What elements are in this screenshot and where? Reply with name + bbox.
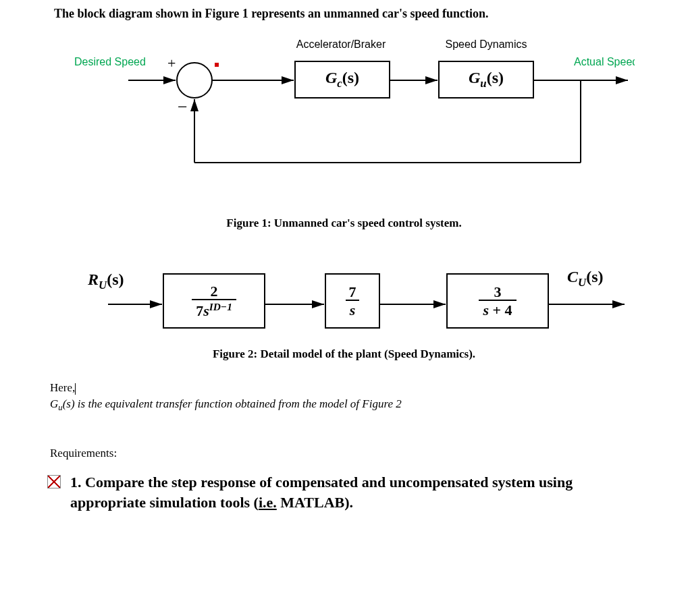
broken-image-icon bbox=[47, 475, 61, 488]
summing-junction-icon bbox=[177, 63, 212, 98]
figure-2-caption: Figure 2: Detail model of the plant (Spe… bbox=[54, 347, 635, 361]
speed-dynamics-label: Speed Dynamics bbox=[445, 38, 527, 50]
red-marker-icon bbox=[215, 63, 219, 67]
figure-1-caption: Figure 1: Unmanned car's speed control s… bbox=[54, 217, 635, 230]
block-1-fraction: 2 7sID−1 bbox=[192, 283, 236, 319]
gu-definition-note: Gu(s) is the equivalent transfer functio… bbox=[50, 397, 641, 413]
problem-statement: The block diagram shown in Figure 1 repr… bbox=[54, 7, 641, 21]
figure-2-block-diagram: RU(s) 2 7sID−1 bbox=[54, 257, 635, 361]
block-2-fraction: 7 s bbox=[345, 284, 359, 318]
sum-plus: + bbox=[167, 55, 176, 72]
figure-2-svg: RU(s) 2 7sID−1 bbox=[54, 257, 635, 338]
text-cursor-icon bbox=[75, 383, 76, 395]
accelerator-braker-label: Accelerator/Braker bbox=[296, 38, 386, 50]
block-3-fraction: 3 s + 4 bbox=[479, 284, 516, 318]
here-text: Here, bbox=[50, 381, 641, 395]
document-page: The block diagram shown in Figure 1 repr… bbox=[0, 0, 688, 533]
figure-1-block-diagram: Accelerator/Braker Speed Dynamics Desire… bbox=[54, 34, 635, 230]
figure-1-svg: Accelerator/Braker Speed Dynamics Desire… bbox=[54, 34, 635, 210]
sum-minus: − bbox=[178, 97, 188, 117]
input-label-ru: RU(s) bbox=[88, 271, 155, 292]
output-label-cu: CU(s) bbox=[567, 268, 635, 289]
requirement-1-text: 1. Compare the step response of compensa… bbox=[70, 472, 641, 512]
gu-transfer-function: Gu(s) bbox=[468, 69, 503, 90]
gc-transfer-function: Gc(s) bbox=[325, 69, 359, 90]
requirements-heading: Requirements: bbox=[50, 447, 641, 460]
actual-speed-label: Actual Speed bbox=[574, 56, 635, 67]
desired-speed-label: Desired Speed bbox=[74, 56, 146, 67]
requirement-1: 1. Compare the step response of compensa… bbox=[47, 472, 641, 512]
